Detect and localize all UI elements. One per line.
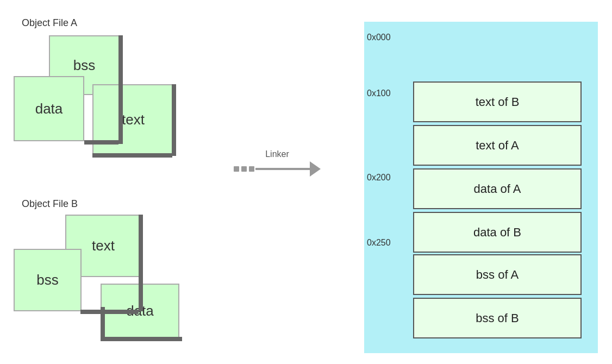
arrow-line — [255, 168, 310, 170]
output-data-b: data of B — [413, 212, 582, 253]
addr-100: 0x100 — [367, 89, 391, 98]
output-text-b: text of B — [413, 81, 582, 122]
linker-arrow: Linker — [234, 149, 321, 177]
segment-a-data: data — [14, 76, 84, 141]
arrow-head — [310, 161, 321, 177]
output-bss-b: bss of B — [413, 298, 582, 338]
addr-200: 0x200 — [367, 173, 391, 183]
scene: Object File A bss data text Object File … — [0, 0, 612, 364]
output-bss-a: bss of A — [413, 254, 582, 295]
object-file-b-label: Object File B — [22, 198, 78, 210]
arrow-dots — [234, 166, 254, 172]
object-file-a-label: Object File A — [22, 17, 77, 29]
output-text-a: text of A — [413, 125, 582, 166]
addr-250: 0x250 — [367, 238, 391, 248]
linker-label: Linker — [265, 149, 289, 159]
output-data-a: data of A — [413, 168, 582, 209]
segment-b-bss: bss — [14, 249, 82, 311]
addr-000: 0x000 — [367, 33, 391, 42]
